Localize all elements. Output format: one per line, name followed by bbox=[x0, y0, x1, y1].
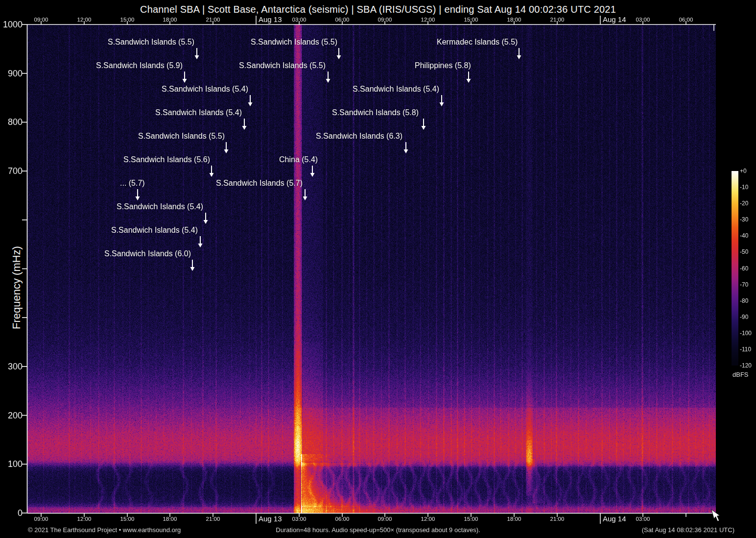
earthquake-annotation: S.Sandwich Islands (5.5) bbox=[239, 61, 326, 70]
colorbar-tick-label: -110 bbox=[740, 346, 751, 353]
x-tick-label-bottom: 12:00 bbox=[69, 516, 100, 522]
x-tick-label-bottom: 15:00 bbox=[112, 516, 143, 522]
colorbar-tick-label: -60 bbox=[740, 265, 748, 272]
x-tick-label-top: 06:00 bbox=[670, 17, 702, 23]
x-tick-label-top: 21:00 bbox=[542, 17, 573, 23]
x-tick-label-top: 09:00 bbox=[25, 17, 57, 23]
render-timestamp: (Sat Aug 14 08:02:36 2021 UTC) bbox=[642, 526, 734, 534]
spectrogram-page: { "header": { "title": "Channel SBA | Sc… bbox=[0, 0, 756, 538]
x-tick-label-bottom: 09:00 bbox=[25, 516, 57, 522]
y-tick-label: 1000 bbox=[0, 20, 23, 30]
earthquake-annotation: S.Sandwich Islands (5.4) bbox=[162, 85, 248, 94]
y-axis-title: Frequency (mHz) bbox=[10, 234, 23, 342]
colorbar-tick-label: -40 bbox=[740, 232, 748, 239]
earthquake-annotation: ... (5.7) bbox=[120, 179, 145, 188]
colorbar-unit-label: dBFS bbox=[732, 371, 749, 378]
x-day-label-bottom: Aug 14 bbox=[603, 514, 626, 523]
y-tick-label: 0 bbox=[0, 508, 23, 518]
colorbar-tick-label: -90 bbox=[740, 314, 748, 320]
earthquake-annotation: China (5.4) bbox=[279, 155, 318, 164]
x-tick-label-bottom: 12:00 bbox=[412, 516, 444, 522]
earthquake-annotation: Kermadec Islands (5.5) bbox=[437, 38, 518, 47]
x-tick-label-top: 09:00 bbox=[369, 17, 401, 23]
x-tick-label-top: 15:00 bbox=[455, 17, 487, 23]
x-day-label-bottom: Aug 13 bbox=[259, 514, 282, 523]
earthquake-annotation: S.Sandwich Islands (5.4) bbox=[117, 202, 203, 211]
y-tick-label: 800 bbox=[0, 117, 23, 127]
x-tick-label-top: 06:00 bbox=[327, 17, 358, 23]
earthquake-annotation: S.Sandwich Islands (5.9) bbox=[96, 61, 183, 70]
colorbar-tick-label: -100 bbox=[740, 330, 752, 337]
earthquake-annotation: S.Sandwich Islands (6.3) bbox=[316, 132, 402, 141]
x-tick-label-top: 03:00 bbox=[627, 17, 659, 23]
x-tick-label-top: 12:00 bbox=[412, 17, 444, 23]
colorbar-tick-label: -120 bbox=[740, 362, 752, 369]
colorbar-tick-label: -50 bbox=[740, 248, 748, 255]
x-tick-label-bottom: 03:00 bbox=[284, 516, 315, 522]
y-tick-label: 200 bbox=[0, 411, 23, 421]
x-tick-label-top: 21:00 bbox=[197, 17, 229, 23]
x-tick-label-top: 15:00 bbox=[112, 17, 143, 23]
spectrogram-canvas[interactable] bbox=[27, 24, 716, 513]
earthquake-annotation: S.Sandwich Islands (5.8) bbox=[332, 108, 419, 117]
y-tick-label: 100 bbox=[0, 459, 23, 469]
earthquake-annotation: S.Sandwich Islands (5.5) bbox=[138, 132, 225, 141]
x-day-label-top: Aug 13 bbox=[259, 15, 282, 24]
colorbar-tick-label: -80 bbox=[740, 297, 748, 304]
earthquake-annotation: S.Sandwich Islands (5.7) bbox=[216, 179, 303, 188]
x-tick-label-top: 03:00 bbox=[284, 17, 315, 23]
earthquake-annotation: S.Sandwich Islands (5.5) bbox=[251, 38, 337, 47]
x-tick-label-bottom: 18:00 bbox=[498, 516, 530, 522]
earthquake-annotation: S.Sandwich Islands (6.0) bbox=[104, 249, 191, 258]
x-tick-label-top: 12:00 bbox=[69, 17, 100, 23]
x-tick-label-bottom: 03:00 bbox=[627, 516, 659, 522]
x-tick-label-top: 18:00 bbox=[498, 17, 530, 23]
earthquake-annotation: S.Sandwich Islands (5.4) bbox=[111, 226, 198, 235]
colorbar-gradient bbox=[732, 171, 738, 366]
earthquake-annotation: S.Sandwich Islands (5.4) bbox=[353, 85, 439, 94]
x-tick-label-bottom: 09:00 bbox=[369, 516, 401, 522]
colorbar-tick-label: -10 bbox=[740, 184, 748, 191]
x-tick-label-top: 18:00 bbox=[154, 17, 186, 23]
colorbar-tick-label: -20 bbox=[740, 200, 748, 207]
x-tick-label-bottom: 18:00 bbox=[154, 516, 186, 522]
y-tick-label: 700 bbox=[0, 166, 23, 176]
x-day-label-top: Aug 14 bbox=[603, 15, 626, 24]
earthquake-annotation: Philippines (5.8) bbox=[415, 61, 471, 70]
earthquake-annotation: S.Sandwich Islands (5.5) bbox=[108, 38, 194, 47]
x-tick-label-bottom: 06:00 bbox=[327, 516, 358, 522]
colorbar-tick-label: +0 bbox=[740, 168, 747, 174]
earthquake-annotation: S.Sandwich Islands (5.4) bbox=[155, 108, 242, 117]
colorbar-tick-label: -70 bbox=[740, 281, 748, 288]
page-title: Channel SBA | Scott Base, Antarctica (se… bbox=[0, 4, 756, 15]
colorbar-tick-label: -30 bbox=[740, 216, 748, 223]
x-tick-label-bottom: 21:00 bbox=[197, 516, 229, 522]
x-tick-label-bottom: 15:00 bbox=[455, 516, 487, 522]
x-tick-label-bottom: 21:00 bbox=[542, 516, 573, 522]
y-tick-label: 900 bbox=[0, 69, 23, 79]
y-tick-label: 300 bbox=[0, 362, 23, 372]
earthquake-annotation: S.Sandwich Islands (5.6) bbox=[123, 155, 210, 164]
